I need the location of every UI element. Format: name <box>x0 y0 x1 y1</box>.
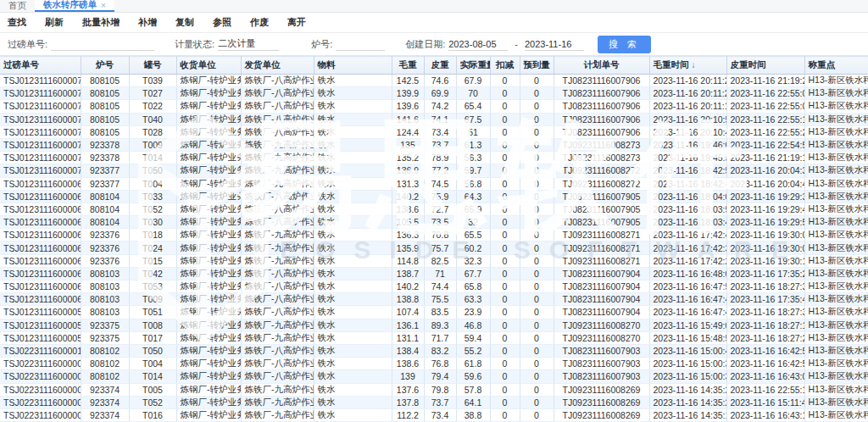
cell: 0 <box>520 242 554 254</box>
column-header[interactable]: 称重点 <box>804 57 868 75</box>
column-header[interactable]: 物料 <box>314 57 392 75</box>
column-header[interactable]: 罐号 <box>129 57 176 75</box>
table-row[interactable]: TSJ01231116000072923378T009炼钢厂-转炉业务区炼铁厂-… <box>0 138 868 151</box>
cell: H13-新区铁水秤 <box>804 344 868 357</box>
table-row[interactable]: TSJ01231116000067808104T052炼钢厂-转炉业务区炼铁厂-… <box>0 203 868 215</box>
tab-home[interactable]: 首页 <box>0 0 35 12</box>
table-row[interactable]: TSJ01231116000059808103T051炼钢厂-转炉业务区炼铁厂-… <box>0 306 868 319</box>
date-to-input[interactable] <box>525 37 584 51</box>
cell: T033 <box>129 190 176 203</box>
cell: 2023-11-16 20:11:12 <box>649 100 726 113</box>
table-row[interactable]: TSJ01231116000077808105T027炼钢厂-转炉业务区炼铁厂-… <box>0 87 868 100</box>
table-row[interactable]: TSJ01231116000060808103T009炼钢厂-转炉业务区炼铁厂-… <box>0 293 868 306</box>
cell: TJ08231116007904 <box>554 267 649 280</box>
table-row[interactable]: TSJ01231116000073808105T028炼钢厂-转炉业务区炼铁厂-… <box>0 125 868 138</box>
table-row[interactable]: TSJ01231116000063923376T015炼钢厂-转炉业务区炼铁厂-… <box>0 254 868 267</box>
table-body: TSJ01231116000078808105T039炼钢厂-转炉业务区炼铁厂-… <box>0 75 868 422</box>
cell: 71.7 <box>424 331 456 344</box>
cell: 炼钢厂-转炉业务区 <box>176 370 241 383</box>
table-row[interactable]: TSJ02231116000009808102T004炼钢厂-转炉业务区炼铁厂-… <box>0 358 868 370</box>
cell: TSJ01231116000063 <box>0 254 81 267</box>
close-icon[interactable]: × <box>101 1 106 10</box>
table-row[interactable]: TSJ02231116000006923374T052炼钢厂-转炉业务区炼铁厂-… <box>0 396 868 408</box>
table-row[interactable]: TSJ01231116000065923376T018炼钢厂-转炉业务区炼铁厂-… <box>0 229 868 242</box>
toolbar-button[interactable]: 离开 <box>287 16 306 29</box>
table-row[interactable]: TSJ01231116000054923375T008炼钢厂-转炉业务区炼铁厂-… <box>0 319 868 331</box>
column-header[interactable]: 炉号 <box>81 57 129 75</box>
column-header[interactable]: 预到量 <box>520 57 554 75</box>
column-header[interactable]: 计划单号 <box>554 57 649 75</box>
tab-molten-iron-bill-label: 铁水转序磅单 <box>43 0 97 11</box>
column-header[interactable]: 收货单位 <box>176 57 241 75</box>
cell: 炼铁厂-八高炉作业区 <box>241 358 314 370</box>
cell: 2023-11-16 18:27:25 <box>726 331 804 344</box>
cell: H13-新区铁水秤 <box>804 280 868 293</box>
cell: 67.7 <box>456 267 490 280</box>
table-row[interactable]: TSJ01231116000062808103T042炼钢厂-转炉业务区炼铁厂-… <box>0 267 868 280</box>
cell: H13-新区铁水秤 <box>804 306 868 319</box>
table-row[interactable]: TSJ01231116000078808105T039炼钢厂-转炉业务区炼铁厂-… <box>0 75 868 87</box>
cell: 铁水 <box>314 75 392 87</box>
column-header[interactable]: 皮重 <box>424 57 456 75</box>
table-row[interactable]: TSJ01231116000074808105T040炼钢厂-转炉业务区炼铁厂-… <box>0 113 868 125</box>
cell: 808103 <box>81 267 129 280</box>
toolbar-button[interactable]: 复制 <box>175 16 194 29</box>
column-header[interactable]: 毛重 <box>392 57 424 75</box>
table-row[interactable]: TSJ01231116000071923378T014炼钢厂-转炉业务区炼铁厂-… <box>0 152 868 164</box>
toolbar-button[interactable]: 刷新 <box>45 16 64 29</box>
cell: 923376 <box>81 242 129 254</box>
cell: 炼钢厂-转炉业务区 <box>176 344 241 357</box>
table-row[interactable]: TSJ01231116000068808104T033炼钢厂-转炉业务区炼铁厂-… <box>0 190 868 203</box>
table-row[interactable]: TSJ01231116000061808103T053炼钢厂-转炉业务区炼铁厂-… <box>0 280 868 293</box>
column-header[interactable]: 皮重时间 <box>726 57 804 75</box>
cell: H13-新区铁水秤 <box>804 113 868 125</box>
cell: TJ08231116007903 <box>554 344 649 357</box>
column-header[interactable]: 过磅单号 <box>0 57 81 75</box>
column-header[interactable]: 发货单位 <box>241 57 314 75</box>
table-row[interactable]: TSJ02231116000010808102T050炼钢厂-转炉业务区炼铁厂-… <box>0 344 868 357</box>
cell: 0 <box>520 75 554 87</box>
table-row[interactable]: TSJ02231116000007923374T005炼钢厂-转炉业务区炼铁厂-… <box>0 383 868 396</box>
table-row[interactable]: TSJ01231116000066808104T030炼钢厂-转炉业务区炼铁厂-… <box>0 216 868 229</box>
table-row[interactable]: TSJ01231116000064923376T024炼钢厂-转炉业务区炼铁厂-… <box>0 242 868 254</box>
column-header[interactable]: 实际重量 <box>456 57 490 75</box>
toolbar-button[interactable]: 作废 <box>250 16 269 29</box>
cell: 炼钢厂-转炉业务区 <box>176 242 241 254</box>
cell: 炼钢厂-转炉业务区 <box>176 100 241 113</box>
cell: 808105 <box>81 125 129 138</box>
cell: 0 <box>490 164 520 177</box>
toolbar-button[interactable]: 批量补增 <box>82 16 120 29</box>
bill-no-input[interactable] <box>51 37 154 51</box>
cell: 72.7 <box>424 203 456 215</box>
cell: 铁水 <box>314 87 392 100</box>
table-row[interactable]: TSJ01231116000069923377T004炼钢厂-转炉业务区炼铁厂-… <box>0 177 868 190</box>
cell: T027 <box>129 87 176 100</box>
toolbar-button[interactable]: 补增 <box>138 16 157 29</box>
cell: 0 <box>520 280 554 293</box>
table-row[interactable]: TSJ02231116000008808102T014炼钢厂-转炉业务区炼铁厂-… <box>0 370 868 383</box>
toolbar-button[interactable]: 参照 <box>213 16 231 29</box>
cell: 138.8 <box>392 293 424 306</box>
search-button[interactable]: 搜 索 <box>598 36 651 53</box>
date-from-input[interactable] <box>448 37 508 51</box>
furnace-input[interactable] <box>336 37 385 51</box>
toolbar-button[interactable]: 查找 <box>8 16 26 29</box>
tab-molten-iron-bill[interactable]: 铁水转序磅单 × <box>35 0 114 12</box>
cell: 2023-11-16 22:54:56 <box>726 138 804 151</box>
cell: 0 <box>520 87 554 100</box>
cell: 923374 <box>81 383 129 396</box>
cell: 炼钢厂-转炉业务区 <box>176 408 241 421</box>
table-row[interactable]: TSJ01231116000070923377T050炼钢厂-转炉业务区炼铁厂-… <box>0 164 868 177</box>
cell: 0 <box>520 293 554 306</box>
table-row[interactable]: TSJ02231116000005923374T016炼钢厂-转炉业务区炼铁厂-… <box>0 408 868 421</box>
cell: 2023-11-16 19:29:37 <box>726 190 804 203</box>
status-select[interactable] <box>218 37 279 51</box>
table-row[interactable]: TSJ01231116000053923375T017炼钢厂-转炉业务区炼铁厂-… <box>0 331 868 344</box>
cell: 138.6 <box>392 358 424 370</box>
cell: T018 <box>129 229 176 242</box>
column-header[interactable]: 毛重时间↓ <box>649 57 726 75</box>
column-header[interactable]: 扣减 <box>490 57 520 75</box>
cell: TJ09231116008272 <box>554 177 649 190</box>
table-row[interactable]: TSJ01231116000076808105T022炼钢厂-转炉业务区炼铁厂-… <box>0 100 868 113</box>
cell: 0 <box>490 216 520 229</box>
